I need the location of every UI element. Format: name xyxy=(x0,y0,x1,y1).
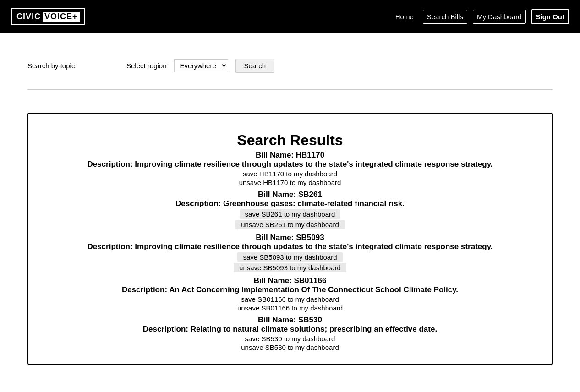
bill-desc-sb530: Description: Relating to natural climate… xyxy=(47,325,533,334)
search-section: Search by topic Select region Everywhere… xyxy=(0,33,580,99)
logo-civic: CIVIC xyxy=(16,12,41,22)
bill-name-hb1170: Bill Name: HB1170 xyxy=(47,151,533,160)
save-sb5093[interactable]: save SB5093 to my dashboard xyxy=(237,252,342,262)
save-hb1170[interactable]: save HB1170 to my dashboard xyxy=(243,170,337,178)
nav-home[interactable]: Home xyxy=(392,10,417,23)
save-sb261[interactable]: save SB261 to my dashboard xyxy=(240,209,341,219)
logo: CIVIC VOICE+ xyxy=(11,8,85,25)
logo-voice: VOICE+ xyxy=(43,12,80,22)
search-form: Search by topic Select region Everywhere… xyxy=(27,51,553,80)
logo-box: CIVIC VOICE+ xyxy=(11,8,85,25)
unsave-sb261[interactable]: unsave SB261 to my dashboard xyxy=(235,220,344,229)
bill-desc-sb5093: Description: Improving climate resilienc… xyxy=(47,242,533,251)
results-container: Search Results Bill Name: HB1170 Descrip… xyxy=(27,113,553,365)
unsave-sb530[interactable]: unsave SB530 to my dashboard xyxy=(241,343,339,351)
unsave-hb1170[interactable]: unsave HB1170 to my dashboard xyxy=(239,179,341,186)
bill-desc-sb01166: Description: An Act Concerning Implement… xyxy=(47,285,533,294)
bill-item-hb1170: Bill Name: HB1170 Description: Improving… xyxy=(47,151,533,186)
nav-search-bills[interactable]: Search Bills xyxy=(423,10,467,24)
search-topic-label: Search by topic xyxy=(27,62,119,70)
bill-item-sb01166: Bill Name: SB01166 Description: An Act C… xyxy=(47,276,533,312)
bill-name-sb261: Bill Name: SB261 xyxy=(47,190,533,199)
results-title: Search Results xyxy=(47,132,533,149)
save-sb530[interactable]: save SB530 to my dashboard xyxy=(245,335,335,343)
search-button[interactable]: Search xyxy=(235,59,275,73)
search-divider xyxy=(27,89,553,90)
bill-item-sb261: Bill Name: SB261 Description: Greenhouse… xyxy=(47,190,533,229)
nav-links: Home Search Bills My Dashboard Sign Out xyxy=(392,9,569,24)
navbar: CIVIC VOICE+ Home Search Bills My Dashbo… xyxy=(0,0,580,33)
region-label: Select region xyxy=(126,62,167,70)
bill-item-sb5093: Bill Name: SB5093 Description: Improving… xyxy=(47,233,533,272)
bill-desc-hb1170: Description: Improving climate resilienc… xyxy=(47,160,533,169)
region-select[interactable]: Everywhere Connecticut California New Yo… xyxy=(174,59,228,72)
save-sb01166[interactable]: save SB01166 to my dashboard xyxy=(241,295,339,303)
bill-name-sb5093: Bill Name: SB5093 xyxy=(47,233,533,242)
unsave-sb01166[interactable]: unsave SB01166 to my dashboard xyxy=(237,304,343,312)
nav-sign-out[interactable]: Sign Out xyxy=(531,9,569,24)
bill-item-sb530: Bill Name: SB530 Description: Relating t… xyxy=(47,316,533,351)
nav-my-dashboard[interactable]: My Dashboard xyxy=(473,10,526,24)
bill-name-sb530: Bill Name: SB530 xyxy=(47,316,533,325)
bill-name-sb01166: Bill Name: SB01166 xyxy=(47,276,533,285)
unsave-sb5093[interactable]: unsave SB5093 to my dashboard xyxy=(234,263,346,272)
bill-desc-sb261: Description: Greenhouse gases: climate-r… xyxy=(47,199,533,208)
